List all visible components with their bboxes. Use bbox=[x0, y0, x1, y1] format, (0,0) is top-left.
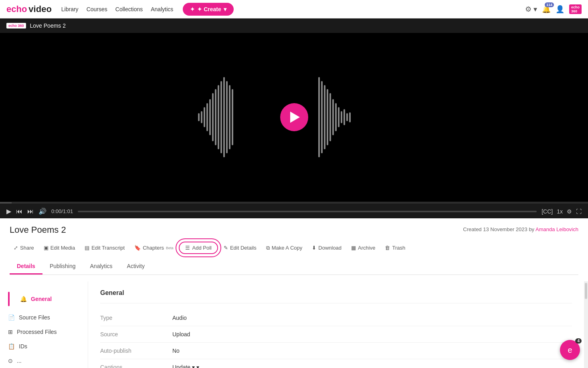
nav-analytics[interactable]: Analytics bbox=[151, 6, 173, 12]
time-display: 0:00/1:01 bbox=[51, 208, 73, 214]
player-right-controls: [CC] 1x ⚙ ⛶ bbox=[542, 208, 582, 215]
tab-analytics[interactable]: Analytics bbox=[83, 259, 120, 274]
logo[interactable]: echovideo bbox=[6, 4, 52, 14]
source-value: Upload bbox=[172, 326, 572, 343]
make-copy-label: Make A Copy bbox=[272, 245, 303, 251]
more-label: ... bbox=[17, 358, 22, 364]
content-area: Love Poems 2 Created 13 November 2023 by… bbox=[0, 218, 588, 281]
edit-transcript-icon: ▤ bbox=[85, 245, 89, 251]
video-header: echo 360 Love Poems 2 bbox=[0, 18, 588, 33]
general-section-title: General bbox=[100, 289, 572, 297]
captions-icon[interactable]: [CC] bbox=[542, 208, 553, 215]
fullscreen-button[interactable]: ⛶ bbox=[576, 208, 582, 215]
fast-forward-button[interactable]: ⏭ bbox=[27, 208, 34, 215]
nav-right: ⚙ ▾ 🔔 114 👤 echo360 bbox=[525, 4, 582, 14]
auto-publish-value: No bbox=[172, 343, 572, 359]
tab-activity[interactable]: Activity bbox=[120, 259, 152, 274]
sidebar-item-ids[interactable]: 📋 IDs bbox=[0, 339, 88, 354]
download-label: Download bbox=[318, 245, 341, 251]
sidebar-item-source-files[interactable]: 📄 Source Files bbox=[0, 310, 88, 325]
create-label: ✦ Create bbox=[197, 6, 221, 12]
archive-label: Archive bbox=[358, 245, 375, 251]
more-icon: ⊙ bbox=[8, 358, 13, 364]
main-nav: echovideo Library Courses Collections An… bbox=[0, 0, 588, 18]
share-label: Share bbox=[20, 245, 34, 251]
edit-transcript-label: Edit Transcript bbox=[91, 245, 125, 251]
source-label: Source bbox=[100, 326, 172, 343]
chat-button[interactable]: e 4 bbox=[560, 340, 580, 360]
meta-info: Created 13 November 2023 by Amanda Leibo… bbox=[463, 226, 578, 232]
auto-publish-label: Auto-publish bbox=[100, 343, 172, 359]
sidebar-item-general[interactable]: 🔔 General bbox=[0, 288, 88, 310]
scroll-thumb[interactable] bbox=[585, 283, 587, 299]
nav-courses[interactable]: Courses bbox=[87, 6, 107, 12]
video-header-title: Love Poems 2 bbox=[30, 22, 66, 29]
nav-collections[interactable]: Collections bbox=[115, 6, 143, 12]
chapters-button[interactable]: 🔖 Chapters Beta bbox=[130, 242, 177, 253]
video-controls: ▶ ⏮ ⏭ 🔊 0:00/1:01 [CC] 1x ⚙ ⛶ bbox=[0, 204, 588, 218]
download-icon: ⬇ bbox=[312, 245, 316, 251]
archive-button[interactable]: ▦ Archive bbox=[347, 242, 379, 253]
table-row: Auto-publish No bbox=[100, 343, 572, 359]
make-copy-button[interactable]: ⧉ Make A Copy bbox=[262, 242, 307, 254]
add-poll-button[interactable]: ☰ Add Poll bbox=[179, 242, 218, 254]
edit-transcript-button[interactable]: ▤ Edit Transcript bbox=[81, 242, 129, 253]
play-button[interactable] bbox=[280, 103, 308, 131]
chat-icon: e bbox=[568, 346, 572, 355]
video-player: echo 360 Love Poems 2 bbox=[0, 18, 588, 218]
edit-details-button[interactable]: ✎ Edit Details bbox=[220, 242, 261, 253]
notification-icon[interactable]: 🔔 114 bbox=[542, 5, 551, 14]
creator-link[interactable]: Amanda Leibovich bbox=[535, 226, 578, 232]
nav-library[interactable]: Library bbox=[61, 6, 79, 12]
captions-value[interactable]: Update ▾ ▾ bbox=[172, 359, 572, 368]
edit-media-button[interactable]: ▣ Edit Media bbox=[40, 242, 79, 253]
edit-details-label: Edit Details bbox=[230, 245, 257, 251]
create-icon: ✦ bbox=[190, 6, 195, 12]
download-button[interactable]: ⬇ Download bbox=[308, 242, 346, 253]
logo-echo: echo bbox=[6, 4, 27, 14]
add-poll-label: Add Poll bbox=[192, 245, 211, 251]
sidebar: 🔔 General 📄 Source Files ⊞ Processed Fil… bbox=[0, 281, 88, 368]
progress-bar[interactable] bbox=[78, 211, 537, 212]
logo-video: video bbox=[28, 4, 51, 14]
sidebar-item-more[interactable]: ⊙ ... bbox=[0, 354, 88, 368]
table-row: Type Audio bbox=[100, 310, 572, 326]
type-label: Type bbox=[100, 310, 172, 326]
chapters-badge: Beta bbox=[166, 246, 174, 250]
trash-button[interactable]: 🗑 Trash bbox=[381, 242, 409, 253]
settings-icon[interactable]: ⚙ ▾ bbox=[525, 5, 537, 14]
main-layout: 🔔 General 📄 Source Files ⊞ Processed Fil… bbox=[0, 281, 588, 368]
nav-links: Library Courses Collections Analytics bbox=[61, 6, 173, 12]
play-pause-button[interactable]: ▶ bbox=[6, 207, 11, 215]
make-copy-icon: ⧉ bbox=[266, 245, 270, 251]
share-button[interactable]: ⤢ Share bbox=[10, 242, 38, 253]
scrollbar[interactable] bbox=[584, 281, 588, 368]
active-indicator bbox=[8, 292, 10, 306]
rewind-button[interactable]: ⏮ bbox=[16, 208, 22, 215]
chapters-icon: 🔖 bbox=[134, 245, 141, 251]
speed-control[interactable]: 1x bbox=[557, 208, 563, 215]
create-chevron: ▾ bbox=[224, 6, 226, 12]
settings-control[interactable]: ⚙ bbox=[567, 208, 572, 215]
general-details-table: Type Audio Source Upload Auto-publish No… bbox=[100, 310, 572, 368]
sidebar-item-processed-files[interactable]: ⊞ Processed Files bbox=[0, 325, 88, 339]
edit-media-label: Edit Media bbox=[51, 245, 75, 251]
processed-files-icon: ⊞ bbox=[8, 329, 13, 335]
video-area[interactable] bbox=[0, 33, 588, 201]
share-icon: ⤢ bbox=[14, 245, 18, 251]
general-icon: 🔔 bbox=[20, 296, 27, 302]
ids-label: IDs bbox=[19, 343, 27, 350]
echo360-logo: echo360 bbox=[569, 4, 582, 14]
create-button[interactable]: ✦ ✦ Create ▾ bbox=[183, 3, 233, 16]
tab-publishing[interactable]: Publishing bbox=[42, 259, 83, 274]
source-files-icon: 📄 bbox=[8, 314, 15, 321]
user-icon[interactable]: 👤 bbox=[556, 5, 564, 14]
edit-media-icon: ▣ bbox=[44, 245, 48, 251]
tab-details[interactable]: Details bbox=[10, 259, 42, 274]
captions-chevron: ▾ bbox=[196, 364, 199, 368]
add-poll-icon: ☰ bbox=[185, 245, 190, 251]
volume-button[interactable]: 🔊 bbox=[38, 207, 46, 215]
archive-icon: ▦ bbox=[351, 245, 356, 251]
media-title: Love Poems 2 bbox=[10, 225, 66, 235]
tabs: Details Publishing Analytics Activity bbox=[10, 259, 578, 275]
